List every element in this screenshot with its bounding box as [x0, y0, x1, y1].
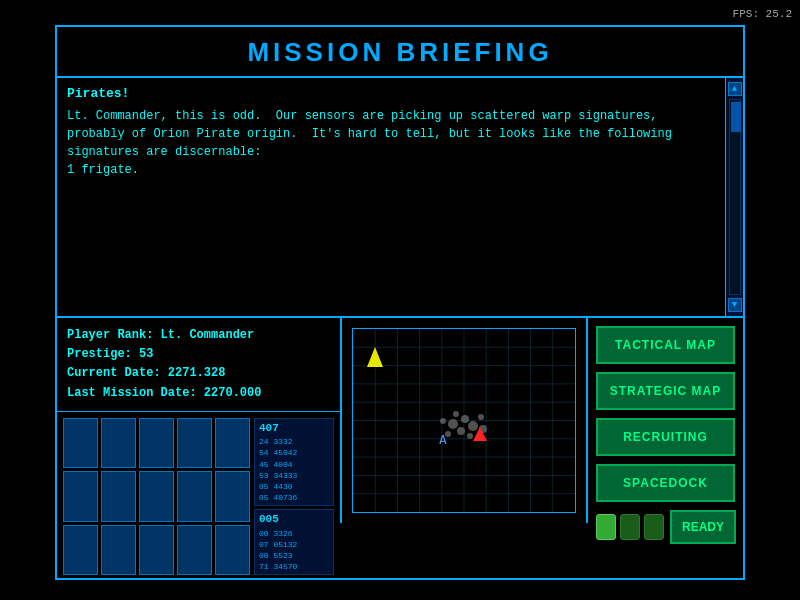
svg-point-23 — [478, 414, 484, 420]
player-rank: Player Rank: Lt. Commander — [67, 326, 330, 345]
scroll-track — [729, 99, 741, 295]
info-panel: Player Rank: Lt. Commander Prestige: 53 … — [57, 318, 342, 523]
title-bar: MISSION BRIEFING — [57, 27, 743, 78]
tactical-map-button[interactable]: TACTICAL MAP — [596, 326, 735, 364]
ship-btn-4[interactable] — [177, 418, 212, 469]
briefing-header: Pirates! — [67, 86, 715, 101]
indicator-lights — [596, 514, 664, 540]
bottom-panel: Player Rank: Lt. Commander Prestige: 53 … — [57, 318, 743, 523]
player-stats: Player Rank: Lt. Commander Prestige: 53 … — [57, 318, 340, 412]
svg-point-25 — [453, 411, 459, 417]
svg-point-24 — [467, 433, 473, 439]
ship-btn-9[interactable] — [177, 471, 212, 522]
indicator-light-3 — [644, 514, 664, 540]
strategic-map-button[interactable]: STRATEGIC MAP — [596, 372, 735, 410]
briefing-body: Lt. Commander, this is odd. Our sensors … — [67, 107, 715, 179]
ship-codes-panel: 407 24 333254 4504245 400453 3433305 443… — [254, 418, 334, 576]
briefing-section: Pirates! Lt. Commander, this is odd. Our… — [57, 78, 743, 318]
direction-arrow — [367, 347, 383, 367]
fps-value: 25.2 — [766, 8, 792, 20]
friendly-marker: A — [439, 432, 447, 447]
ship-btn-15[interactable] — [215, 525, 250, 576]
ship-buttons-grid — [63, 418, 250, 576]
recruiting-button[interactable]: RECRUITING — [596, 418, 735, 456]
ship-btn-12[interactable] — [101, 525, 136, 576]
ship-code-407: 407 24 333254 4504245 400453 3433305 443… — [254, 418, 334, 507]
ship-btn-6[interactable] — [63, 471, 98, 522]
player-prestige: Prestige: 53 — [67, 345, 330, 364]
ship-btn-1[interactable] — [63, 418, 98, 469]
fps-label: FPS: — [733, 8, 759, 20]
svg-point-19 — [461, 415, 469, 423]
current-date: Current Date: 2271.328 — [67, 364, 330, 383]
spacedock-button[interactable]: SPACEDOCK — [596, 464, 735, 502]
ship-btn-5[interactable] — [215, 418, 250, 469]
main-window: MISSION BRIEFING Pirates! Lt. Commander,… — [55, 25, 745, 580]
tactical-map-area: A — [342, 318, 588, 523]
ship-btn-2[interactable] — [101, 418, 136, 469]
right-buttons-panel: TACTICAL MAP STRATEGIC MAP RECRUITING SP… — [588, 318, 743, 523]
ready-button[interactable]: READY — [670, 510, 736, 544]
ship-btn-13[interactable] — [139, 525, 174, 576]
svg-point-20 — [457, 427, 465, 435]
ship-btn-11[interactable] — [63, 525, 98, 576]
ship-btn-10[interactable] — [215, 471, 250, 522]
svg-point-18 — [448, 419, 458, 429]
briefing-scrollbar[interactable]: ▲ ▼ — [725, 78, 743, 316]
map-grid-svg: A — [353, 329, 575, 512]
mission-title: MISSION BRIEFING — [247, 37, 552, 67]
last-mission-date: Last Mission Date: 2270.000 — [67, 384, 330, 403]
scroll-down-btn[interactable]: ▼ — [728, 298, 742, 312]
ready-row: READY — [596, 510, 735, 544]
indicator-light-2 — [620, 514, 640, 540]
ship-btn-14[interactable] — [177, 525, 212, 576]
briefing-text-area: Pirates! Lt. Commander, this is odd. Our… — [57, 78, 725, 316]
fps-counter: FPS: 25.2 — [733, 8, 792, 20]
ship-btn-8[interactable] — [139, 471, 174, 522]
ship-btn-3[interactable] — [139, 418, 174, 469]
map-inner: A — [352, 328, 576, 513]
ship-code-005: 005 00 332607 0513200 552371 34570 — [254, 509, 334, 575]
svg-point-21 — [468, 421, 478, 431]
scroll-up-btn[interactable]: ▲ — [728, 82, 742, 96]
indicator-light-1 — [596, 514, 616, 540]
ship-btn-7[interactable] — [101, 471, 136, 522]
svg-point-27 — [440, 418, 446, 424]
scroll-thumb — [731, 102, 741, 132]
ship-grid-area: 407 24 333254 4504245 400453 3433305 443… — [57, 412, 340, 582]
